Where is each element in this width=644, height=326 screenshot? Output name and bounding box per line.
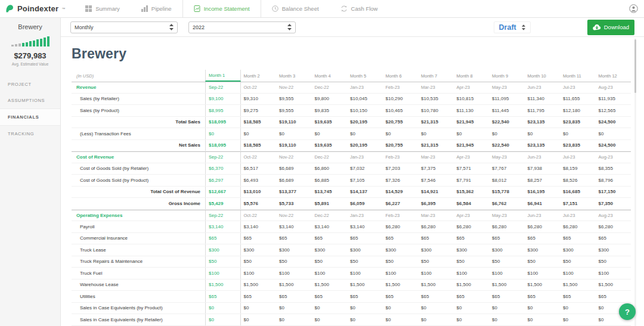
tab-pipeline[interactable]: Pipeline	[131, 0, 182, 17]
value-cell[interactable]: $0	[205, 128, 241, 139]
value-cell: $65	[312, 233, 348, 244]
month-header-cell[interactable]: Month 11	[560, 70, 596, 82]
value-cell: $0	[454, 303, 490, 314]
month-header-cell[interactable]: Month 1	[205, 70, 241, 82]
month-header-cell[interactable]: Month 9	[489, 70, 525, 82]
value-cell: $6,885	[312, 175, 348, 186]
tab-balance-sheet[interactable]: Balance Sheet	[261, 0, 330, 17]
value-cell: $0	[347, 128, 383, 139]
value-cell: $21,945	[454, 140, 490, 151]
value-cell[interactable]: $18,095	[205, 117, 241, 128]
period-select[interactable]: Monthly	[70, 21, 178, 33]
month-header-cell[interactable]: Month 7	[418, 70, 454, 82]
value-cell: $0	[489, 314, 525, 325]
value-cell[interactable]: $65	[205, 233, 241, 244]
value-cell: $65	[241, 291, 277, 302]
value-cell[interactable]: $5,429	[205, 198, 241, 209]
table-row: Truck Repairs & Maintenance$50$50$50$50$…	[72, 256, 631, 268]
value-cell: $1,500	[525, 280, 561, 291]
value-cell[interactable]: $3,140	[205, 221, 241, 232]
month-header-cell[interactable]: Month 4	[312, 70, 348, 82]
date-header-cell: Nov-22	[276, 82, 312, 93]
year-select[interactable]: 2022	[188, 21, 296, 33]
value-cell[interactable]: $300	[205, 244, 241, 256]
value-cell: $300	[525, 244, 561, 256]
month-header-cell[interactable]: Month 8	[454, 70, 490, 82]
row-label: Truck Lease	[72, 244, 205, 256]
value-cell[interactable]: $1,500	[205, 280, 241, 291]
value-cell[interactable]: $65	[205, 291, 241, 302]
row-label: Gross Income	[72, 198, 205, 209]
value-cell: $65	[383, 291, 419, 302]
date-header-cell: Aug-23	[596, 210, 631, 221]
value-cell[interactable]: $6,297	[205, 175, 241, 186]
date-header-cell: Mar-23	[418, 82, 454, 93]
value-cell: $7,767	[489, 163, 525, 175]
date-header-cell: Jul-23	[560, 152, 596, 163]
income-statement-table: (In USD)Month 1Month 2Month 3Month 4Mont…	[72, 70, 631, 326]
date-header-cell: May-23	[489, 82, 525, 93]
poindexter-logo[interactable]: Poindexter™	[0, 0, 72, 17]
value-cell: $6,493	[241, 175, 277, 186]
account-icon[interactable]	[629, 4, 638, 13]
value-cell: $50	[312, 256, 348, 268]
value-cell[interactable]: $0	[205, 314, 241, 325]
report-toolbar: Monthly 2022 Draft	[61, 18, 644, 37]
value-cell: $6,689	[276, 175, 312, 186]
sidebar-item-financials[interactable]: FINANCIALS	[0, 108, 60, 126]
tab-income-statement[interactable]: Income Statement	[182, 0, 261, 17]
value-cell[interactable]: $18,095	[205, 140, 241, 151]
value-cell: $6,280	[454, 221, 490, 232]
value-cell: $7,546	[418, 175, 454, 186]
value-cell[interactable]: $50	[205, 256, 241, 268]
value-cell: $0	[418, 303, 454, 314]
value-cell: $50	[454, 256, 490, 268]
value-cell: $6,762	[489, 198, 525, 209]
logo-trademark: ™	[61, 7, 65, 11]
value-cell[interactable]: $8,995	[205, 105, 241, 116]
sidebar-item-assumptions[interactable]: ASSUMPTIONS	[0, 92, 60, 108]
month-header-cell[interactable]: Month 5	[347, 70, 383, 82]
value-cell: $65	[276, 233, 312, 244]
date-header-cell: Mar-23	[418, 152, 454, 163]
value-cell: $10,150	[347, 105, 383, 116]
scrollbar-thumb[interactable]	[634, 39, 636, 93]
value-cell: $65	[525, 233, 561, 244]
tab-summary[interactable]: Summary	[75, 0, 131, 17]
table-row: Cost of Goods Sold (by Product)$6,297$6,…	[72, 175, 631, 187]
download-button[interactable]: Download	[587, 20, 634, 35]
date-header-cell: Jun-23	[525, 210, 561, 221]
value-cell: $11,935	[596, 94, 631, 105]
month-header-cell[interactable]: Month 10	[525, 70, 561, 82]
value-cell: $65	[418, 233, 454, 244]
value-cell[interactable]: $100	[205, 268, 241, 279]
status-select[interactable]: Draft	[494, 21, 531, 33]
sidebar-item-tracking[interactable]: TRACKING	[0, 126, 60, 142]
month-header-cell[interactable]: Month 12	[596, 70, 631, 82]
sidebar-item-project[interactable]: PROJECT	[0, 76, 60, 92]
value-cell: $65	[312, 291, 348, 302]
value-cell[interactable]: $6,370	[205, 163, 241, 175]
value-cell: $0	[560, 128, 596, 139]
month-header-cell[interactable]: Month 2	[241, 70, 277, 82]
download-button-label: Download	[604, 24, 629, 30]
value-cell[interactable]: $0	[205, 303, 241, 314]
value-cell[interactable]: $9,100	[205, 94, 241, 105]
value-cell: $20,755	[383, 117, 419, 128]
month-header-cell[interactable]: Month 3	[276, 70, 312, 82]
date-header-cell: Jul-23	[560, 82, 596, 93]
value-cell: $10,045	[347, 94, 383, 105]
value-cell: $3,140	[241, 221, 277, 232]
row-label: Cost of Goods Sold (by Retailer)	[72, 163, 205, 175]
value-cell: $50	[347, 256, 383, 268]
month-header-cell[interactable]: Month 6	[383, 70, 419, 82]
value-cell[interactable]: $12,667	[205, 187, 241, 198]
chevron-up-down-icon	[169, 24, 174, 30]
date-header-cell: Apr-23	[454, 210, 490, 221]
help-fab[interactable]: ?	[619, 303, 636, 320]
value-cell: $24,500	[596, 140, 631, 151]
tab-cash-flow[interactable]: Cash Flow	[330, 0, 389, 17]
value-cell: $300	[241, 244, 277, 256]
value-cell: $300	[454, 244, 490, 256]
date-header-cell: Apr-23	[454, 152, 490, 163]
